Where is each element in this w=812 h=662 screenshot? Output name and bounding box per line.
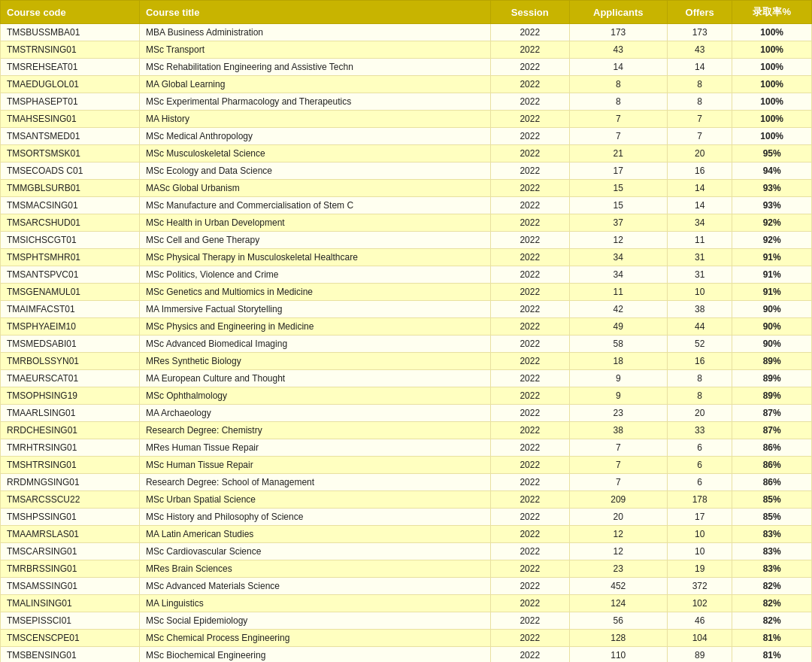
- cell-session: 2022: [491, 284, 569, 301]
- cell-title: MSc Transport: [139, 41, 490, 59]
- cell-code: TMSAMSSING01: [1, 578, 140, 595]
- cell-rate: 83%: [732, 543, 812, 560]
- cell-applicants: 56: [569, 612, 667, 630]
- cell-applicants: 14: [569, 59, 667, 76]
- cell-session: 2022: [491, 145, 569, 162]
- cell-offers: 8: [667, 93, 732, 111]
- cell-offers: 10: [667, 543, 732, 560]
- cell-code: TMSHTRSING01: [1, 457, 140, 474]
- cell-applicants: 9: [569, 370, 667, 387]
- cell-title: MA European Culture and Thought: [139, 370, 490, 387]
- cell-session: 2022: [491, 162, 569, 180]
- table-row: TMSBUSSMBA01MBA Business Administration2…: [1, 24, 812, 41]
- data-table: Course code Course title Session Applica…: [0, 0, 812, 662]
- cell-rate: 100%: [732, 59, 812, 76]
- cell-title: MA Global Learning: [139, 76, 490, 93]
- cell-offers: 16: [667, 162, 732, 180]
- cell-code: TMSTRNSING01: [1, 41, 140, 59]
- cell-title: MSc Genetics and Multiomics in Medicine: [139, 284, 490, 301]
- cell-title: MSc History and Philosophy of Science: [139, 509, 490, 526]
- table-row: TMSPHTSMHR01MSc Physical Therapy in Musc…: [1, 249, 812, 266]
- cell-session: 2022: [491, 526, 569, 543]
- cell-applicants: 18: [569, 353, 667, 370]
- cell-code: TMSBUSSMBA01: [1, 24, 140, 41]
- cell-code: TMSMACSING01: [1, 197, 140, 214]
- cell-offers: 7: [667, 128, 732, 145]
- cell-rate: 100%: [732, 93, 812, 111]
- cell-title: MSc Chemical Process Engineering: [139, 630, 490, 647]
- cell-applicants: 8: [569, 93, 667, 111]
- cell-session: 2022: [491, 578, 569, 595]
- cell-code: TMRBRSSING01: [1, 560, 140, 578]
- cell-rate: 89%: [732, 387, 812, 405]
- cell-rate: 89%: [732, 353, 812, 370]
- cell-applicants: 58: [569, 336, 667, 353]
- cell-applicants: 21: [569, 145, 667, 162]
- col-header-applicants: Applicants: [569, 1, 667, 24]
- col-header-code: Course code: [1, 1, 140, 24]
- cell-code: TMSEPISSCI01: [1, 612, 140, 630]
- cell-applicants: 20: [569, 509, 667, 526]
- cell-title: MSc Physics and Engineering in Medicine: [139, 318, 490, 336]
- cell-rate: 82%: [732, 612, 812, 630]
- cell-session: 2022: [491, 336, 569, 353]
- cell-code: TMAAMRSLAS01: [1, 526, 140, 543]
- cell-code: TMSECOADS C01: [1, 162, 140, 180]
- cell-title: MA Immersive Factual Storytelling: [139, 301, 490, 318]
- table-row: TMSARCSSCU22MSc Urban Spatial Science202…: [1, 491, 812, 509]
- cell-rate: 100%: [732, 76, 812, 93]
- cell-offers: 6: [667, 474, 732, 491]
- cell-session: 2022: [491, 301, 569, 318]
- cell-offers: 102: [667, 595, 732, 612]
- cell-session: 2022: [491, 197, 569, 214]
- cell-title: MRes Brain Sciences: [139, 560, 490, 578]
- table-row: TMSAMSSING01MSc Advanced Materials Scien…: [1, 578, 812, 595]
- cell-title: MA Linguistics: [139, 595, 490, 612]
- cell-code: TMALINSING01: [1, 595, 140, 612]
- cell-title: MA Archaeology: [139, 405, 490, 422]
- cell-offers: 89: [667, 647, 732, 663]
- cell-rate: 92%: [732, 232, 812, 249]
- cell-title: MSc Advanced Materials Science: [139, 578, 490, 595]
- cell-applicants: 11: [569, 284, 667, 301]
- cell-session: 2022: [491, 405, 569, 422]
- cell-session: 2022: [491, 612, 569, 630]
- cell-rate: 91%: [732, 266, 812, 284]
- col-header-title: Course title: [139, 1, 490, 24]
- cell-session: 2022: [491, 232, 569, 249]
- table-row: TMSCARSING01MSc Cardiovascular Science20…: [1, 543, 812, 560]
- table-row: TMSEPISSCI01MSc Social Epidemiology20225…: [1, 612, 812, 630]
- cell-session: 2022: [491, 111, 569, 128]
- cell-offers: 31: [667, 249, 732, 266]
- cell-rate: 95%: [732, 145, 812, 162]
- cell-session: 2022: [491, 370, 569, 387]
- cell-title: MSc Experimental Pharmacology and Therap…: [139, 93, 490, 111]
- cell-code: TMSBENSING01: [1, 647, 140, 663]
- cell-session: 2022: [491, 439, 569, 457]
- cell-offers: 38: [667, 301, 732, 318]
- cell-session: 2022: [491, 249, 569, 266]
- cell-applicants: 173: [569, 24, 667, 41]
- cell-offers: 178: [667, 491, 732, 509]
- cell-code: TMSMEDSABI01: [1, 336, 140, 353]
- cell-offers: 20: [667, 145, 732, 162]
- cell-rate: 86%: [732, 439, 812, 457]
- cell-offers: 19: [667, 560, 732, 578]
- cell-offers: 8: [667, 370, 732, 387]
- cell-session: 2022: [491, 76, 569, 93]
- cell-title: MSc Health in Urban Development: [139, 214, 490, 232]
- table-row: TMRHTRSING01MRes Human Tissue Repair2022…: [1, 439, 812, 457]
- cell-applicants: 7: [569, 474, 667, 491]
- cell-offers: 10: [667, 284, 732, 301]
- cell-session: 2022: [491, 318, 569, 336]
- cell-rate: 87%: [732, 405, 812, 422]
- cell-session: 2022: [491, 543, 569, 560]
- cell-session: 2022: [491, 128, 569, 145]
- cell-offers: 17: [667, 509, 732, 526]
- cell-title: MSc Rehabilitation Engineering and Assis…: [139, 59, 490, 76]
- table-row: TMSCENSCPE01MSc Chemical Process Enginee…: [1, 630, 812, 647]
- table-row: TMSICHSCGT01MSc Cell and Gene Therapy202…: [1, 232, 812, 249]
- table-row: TMSBENSING01MSc Biochemical Engineering2…: [1, 647, 812, 663]
- cell-title: Research Degree: Chemistry: [139, 422, 490, 439]
- cell-code: TMAIMFACST01: [1, 301, 140, 318]
